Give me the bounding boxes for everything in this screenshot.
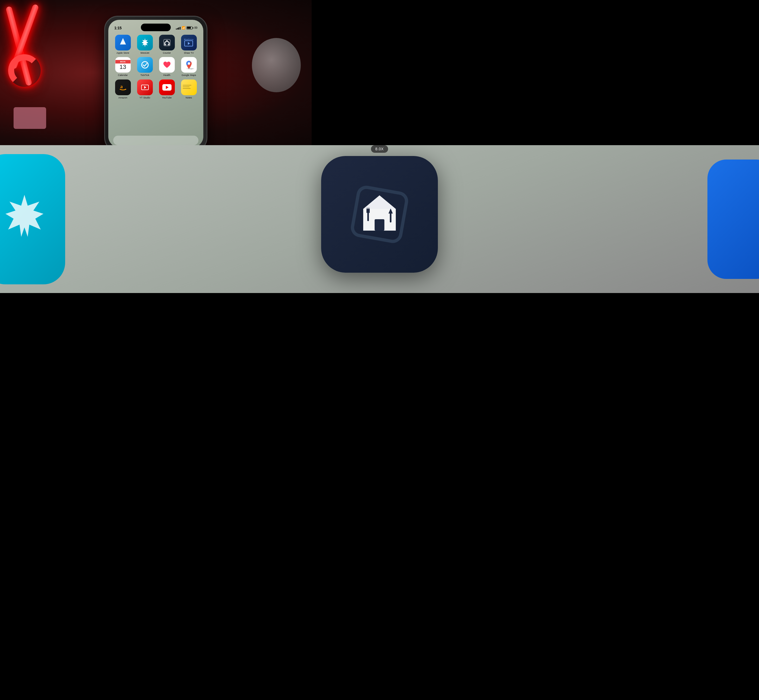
google-maps-label: Google Maps [182,74,196,77]
shaw-tv-inner: BlueCurve [184,39,194,46]
app-item-google-maps[interactable]: • Google Maps Google Maps [179,57,199,77]
health-icon[interactable] [159,57,175,73]
shaw-play-icon [188,42,190,45]
ticktick-icon[interactable] [137,57,153,73]
note-line-3 [183,88,191,89]
wifi-icon: 📶 [182,26,185,30]
amazon-icon[interactable]: a [115,80,131,95]
yt-studio-icon[interactable] [137,80,153,95]
shaw-tv-label: Shaw TV [184,52,194,55]
youtube-play-background [162,84,172,91]
app-item-apple-store[interactable]: Apple Store [113,35,133,55]
google-maps-icon[interactable]: • Google Maps [181,57,197,73]
app-item-notes[interactable]: Notes [179,80,199,99]
app-grid: Apple Store WestJet [113,35,199,99]
status-time: 1:15 [114,26,122,30]
yt-studio-play-button [141,84,149,90]
amazon-label: Amazon [118,96,127,99]
notes-inner [181,83,197,91]
health-label: Health [163,74,170,77]
dynamic-island [141,23,171,31]
app-item-calendar[interactable]: MON 13 Calendar [113,57,133,77]
yt-studio-play-triangle [144,86,146,89]
shaw-tv-screen [184,41,193,46]
app-item-amazon[interactable]: a Amazon [113,80,133,99]
signal-bar-1 [176,28,177,30]
youtube-icon[interactable] [159,80,175,95]
courier-icon[interactable] [159,35,175,50]
grey-orb [252,38,301,92]
apple-store-label: Apple Store [116,52,129,55]
apple-store-icon[interactable] [115,35,131,50]
ticktick-label: TickTick [140,74,149,77]
app-item-health[interactable]: Health [157,57,177,77]
signal-bars-icon [176,26,180,30]
svg-text:• Google Maps: • Google Maps [187,68,194,69]
youtube-play-triangle [166,86,169,89]
yt-studio-inner [141,84,149,90]
shaw-bluecurve-text: BlueCurve [184,39,194,40]
app-item-youtube[interactable]: YouTube [157,80,177,99]
calendar-icon[interactable]: MON 13 [115,57,131,73]
app-item-yt-studio[interactable]: YT Studio [135,80,155,99]
youtube-inner [162,84,172,91]
battery-percent: 89 [194,26,197,29]
iphone-screen: 1:15 📶 [108,20,203,145]
westjet-icon[interactable] [137,35,153,50]
westjet-zoomed-icon [0,154,65,284]
yt-studio-label: YT Studio [139,96,150,99]
note-line-1 [183,85,191,86]
app-item-ticktick[interactable]: TickTick [135,57,155,77]
iphone-body: 1:15 📶 [104,16,207,145]
notes-label: Notes [186,96,192,99]
battery-icon [186,26,193,30]
app-item-courier[interactable]: Courier [157,35,177,55]
calendar-inner: MON 13 [115,60,131,70]
signal-bar-4 [180,27,180,30]
calendar-day-label: MON [115,60,131,64]
calendar-label: Calendar [118,74,128,77]
svg-rect-3 [166,43,168,45]
courier-label: Courier [163,52,171,55]
bottom-half [0,145,311,293]
pink-block [14,107,46,129]
app-item-westjet[interactable]: WestJet [135,35,155,55]
shaw-tv-icon[interactable]: BlueCurve [181,35,197,50]
svg-point-5 [188,62,190,65]
apple-store-symbol [118,37,128,48]
westjet-label: WestJet [140,52,149,55]
iphone-device: 1:15 📶 [104,16,207,145]
westjet-maple-leaf-icon [0,192,52,246]
dock-area [113,136,199,145]
app-item-shaw-tv[interactable]: BlueCurve Shaw TV [179,35,199,55]
calendar-day-number: 13 [119,64,126,70]
top-half: 1:15 📶 [0,0,311,145]
signal-bar-2 [177,28,178,30]
svg-text:a: a [120,84,123,89]
signal-bar-3 [178,27,179,30]
note-line-2 [183,86,189,87]
youtube-label: YouTube [162,96,172,99]
status-icons: 📶 89 [176,26,197,30]
notes-icon[interactable] [181,80,197,95]
neon-curve [8,54,41,87]
